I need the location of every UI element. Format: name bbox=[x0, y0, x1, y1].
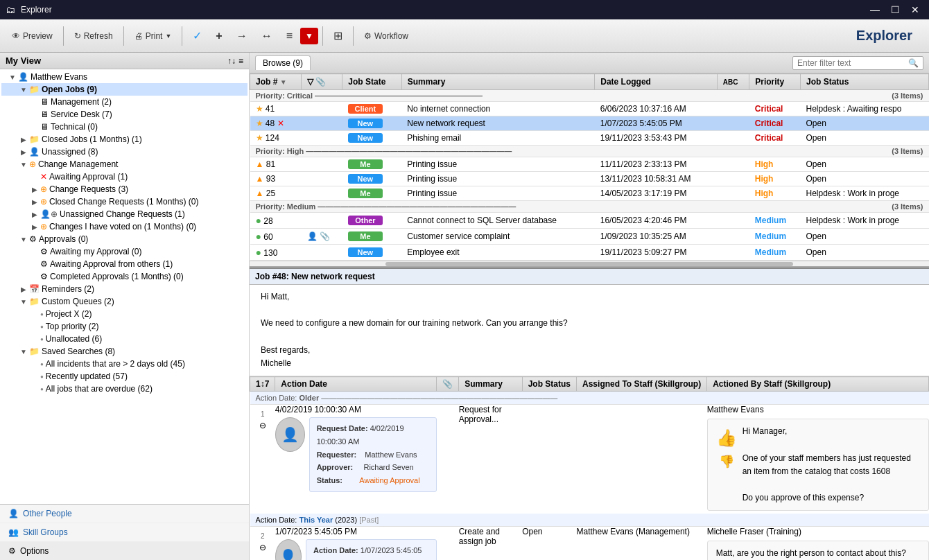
options-label: Options bbox=[20, 546, 49, 556]
action-row-2[interactable]: 2 ⊖ 1/07/2023 5:45:05 PM 👤 Action Date: … bbox=[250, 527, 929, 560]
closed-change-label: Closed Change Requests (1 Months) (0) bbox=[49, 197, 198, 207]
panel-controls: ↑↓ ≡ bbox=[227, 56, 243, 66]
thumbs-container: 👍 👎 bbox=[716, 425, 737, 471]
action-date-separator-older: Action Date: Older —————————————————————… bbox=[250, 392, 929, 405]
tree-root-user[interactable]: ▼ 👤 Matthew Evans bbox=[1, 71, 248, 83]
table-row[interactable]: ● 130 New Employee exit 19/11/2023 5:09:… bbox=[250, 245, 929, 261]
table-row[interactable]: ● 60 👤 📎 Me Customer service complaint 1… bbox=[250, 229, 929, 245]
tree-saved-searches[interactable]: ▼ 📁 Saved Searches (8) bbox=[1, 345, 248, 358]
tree-unassigned[interactable]: ▶ 👤 Unassigned (8) bbox=[1, 146, 248, 158]
tree-change-requests[interactable]: ▶ ⊕ Change Requests (3) bbox=[1, 183, 248, 195]
tree-open-jobs[interactable]: ▼ 📁 Open Jobs (9) bbox=[1, 83, 248, 96]
dropdown-red-button[interactable]: ▼ bbox=[300, 28, 318, 44]
tree-all-incidents[interactable]: ● All incidents that are > 2 days old (4… bbox=[1, 358, 248, 370]
voted-changes-label: Changes I have voted on (1 Months) (0) bbox=[49, 222, 196, 231]
reminders-label: Reminders (2) bbox=[42, 284, 94, 294]
table-row[interactable]: ● 28 Other Cannot connect to SQL Server … bbox=[250, 213, 929, 229]
refresh-button[interactable]: ↻ Refresh bbox=[68, 28, 119, 44]
check-button[interactable]: ✓ bbox=[186, 26, 208, 46]
job-25-date: 14/05/2023 3:17:19 PM bbox=[595, 186, 717, 201]
job-124-date: 19/11/2023 3:53:43 PM bbox=[595, 131, 717, 146]
thumbs-down-icon: 👎 bbox=[719, 452, 734, 472]
layout-button[interactable]: ≡ bbox=[238, 56, 243, 66]
jobs-table-area: Job # ▼ ▽ 📎 Job State Summary Date Logge… bbox=[250, 73, 929, 268]
print-dropdown-arrow: ▼ bbox=[165, 33, 171, 40]
tree-awaiting-from-others[interactable]: ⚙ Awaiting Approval from others (1) bbox=[1, 258, 248, 270]
tree-completed-approvals[interactable]: ⚙ Completed Approvals (1 Months) (0) bbox=[1, 270, 248, 283]
job-130-abc bbox=[717, 245, 749, 261]
options-nav[interactable]: ⚙ Options bbox=[0, 542, 249, 560]
job-25-status: Helpdesk : Work in proge bbox=[800, 186, 928, 201]
job-28-date: 16/05/2023 4:20:46 PM bbox=[595, 213, 717, 229]
job-93-priority: High bbox=[749, 172, 801, 186]
filter-input[interactable] bbox=[797, 58, 908, 68]
close-button[interactable]: ✕ bbox=[907, 3, 923, 17]
tree-reminders[interactable]: ▶ 📅 Reminders (2) bbox=[1, 283, 248, 295]
minimize-button[interactable]: — bbox=[866, 3, 884, 17]
maximize-button[interactable]: ☐ bbox=[887, 3, 904, 17]
preview-icon: 👁 bbox=[12, 31, 20, 41]
year-num: (2023) bbox=[335, 516, 357, 524]
star-icon-3: ★ bbox=[256, 133, 263, 143]
table-row[interactable]: ★ 124 New Phishing email 19/11/2023 3:53… bbox=[250, 131, 929, 146]
browse-tab[interactable]: Browse (9) bbox=[255, 55, 311, 70]
tree-unallocated[interactable]: ● Unallocated (6) bbox=[1, 333, 248, 345]
print-button[interactable]: 🖨 Print ▼ bbox=[128, 28, 178, 44]
my-view-title: My View bbox=[6, 55, 41, 66]
other-people-nav[interactable]: 👤 Other People bbox=[0, 505, 249, 523]
tree-project-x[interactable]: ● Project X (2) bbox=[1, 308, 248, 320]
tree-all-overdue[interactable]: ● All jobs that are overdue (62) bbox=[1, 383, 248, 395]
filter-icon[interactable]: ▽ bbox=[307, 77, 313, 87]
job-124-flags bbox=[302, 131, 342, 146]
user-icon: 👤 bbox=[18, 72, 28, 82]
workflow-icon: ⚙ bbox=[364, 31, 372, 41]
tree-change-mgmt[interactable]: ▼ ⊕ Change Management bbox=[1, 158, 248, 170]
desk-icon: 🖥 bbox=[40, 97, 49, 107]
skill-groups-icon: 👥 bbox=[8, 527, 19, 537]
tree-technical[interactable]: 🖥 Technical (0) bbox=[1, 121, 248, 133]
col-job-num: Job # ▼ bbox=[250, 74, 302, 90]
grid-button[interactable]: ⊞ bbox=[327, 26, 349, 46]
tree-recently-updated[interactable]: ● Recently updated (57) bbox=[1, 370, 248, 383]
tree-closed-change[interactable]: ▶ ⊕ Closed Change Requests (1 Months) (0… bbox=[1, 195, 248, 208]
add-button[interactable]: + bbox=[209, 26, 228, 46]
sort-button[interactable]: ↑↓ bbox=[227, 56, 236, 66]
action-2-status: Open bbox=[522, 527, 576, 560]
toolbar: 👁 Preview ↻ Refresh 🖨 Print ▼ ✓ + → ↔ ≡ … bbox=[0, 19, 929, 53]
table-row[interactable]: ▲ 25 Me Printing issue 14/05/2023 3:17:1… bbox=[250, 186, 929, 201]
warning-icon-2: ▲ bbox=[256, 174, 264, 184]
tree-service-desk[interactable]: 🖥 Service Desk (7) bbox=[1, 108, 248, 121]
table-row[interactable]: ★ 41 Client No internet connection 6/06/… bbox=[250, 102, 929, 116]
priority-medium-row: Priority: Medium ———————————————————————… bbox=[250, 201, 929, 213]
tree-management[interactable]: 🖥 Management (2) bbox=[1, 96, 248, 108]
tree-unassigned-change[interactable]: ▶ 👤⊕ Unassigned Change Requests (1) bbox=[1, 208, 248, 220]
tree-custom-queues[interactable]: ▼ 📁 Custom Queues (2) bbox=[1, 295, 248, 308]
workflow-button[interactable]: ⚙ Workflow bbox=[358, 28, 415, 44]
skill-groups-nav[interactable]: 👥 Skill Groups bbox=[0, 523, 249, 542]
priority-high-label: Priority: High —————————————————————————… bbox=[250, 146, 749, 157]
requester-row: Requester: Matthew Evans bbox=[317, 448, 429, 462]
tree-voted-changes[interactable]: ▶ ⊕ Changes I have voted on (1 Months) (… bbox=[1, 220, 248, 233]
job-81-state: Me bbox=[342, 157, 401, 172]
table-row[interactable]: ▲ 81 Me Printing issue 11/11/2023 2:33:1… bbox=[250, 157, 929, 172]
tree-awaiting-approval[interactable]: ✕ Awaiting Approval (1) bbox=[1, 170, 248, 183]
job-41-flags bbox=[302, 102, 342, 116]
action-num-label: 1 bbox=[261, 410, 265, 418]
tree-top-priority[interactable]: ● Top priority (2) bbox=[1, 320, 248, 333]
tree-approvals[interactable]: ▼ ⚙ Approvals (0) bbox=[1, 233, 248, 245]
email-line-2: We need to configure a new domain for ou… bbox=[261, 317, 918, 330]
awaiting-approval-label: Awaiting Approval (1) bbox=[49, 172, 128, 182]
table-row[interactable]: ★ 48 ✕ New New network request 1/07/2023… bbox=[250, 116, 929, 131]
horizontal-scrollbar[interactable] bbox=[250, 261, 929, 266]
tree-awaiting-my-approval[interactable]: ⚙ Awaiting my Approval (0) bbox=[1, 245, 248, 258]
job-48-abc bbox=[717, 116, 749, 131]
action-row-1[interactable]: 1 ⊖ 4/02/2019 10:00:30 AM 👤 Request Date… bbox=[250, 405, 929, 514]
menu-button[interactable]: ≡ bbox=[280, 26, 299, 46]
table-row[interactable]: ▲ 93 New Printing issue 13/11/2023 10:58… bbox=[250, 172, 929, 186]
project-x-label: Project X (2) bbox=[46, 309, 92, 319]
forward-button[interactable]: → bbox=[230, 26, 254, 46]
swap-button[interactable]: ↔ bbox=[255, 26, 279, 46]
action-2-actioned-by: Michelle Fraser (Training) Matt, are you… bbox=[707, 527, 929, 560]
tree-closed-jobs[interactable]: ▶ 📁 Closed Jobs (1 Months) (1) bbox=[1, 133, 248, 146]
preview-button[interactable]: 👁 Preview bbox=[6, 28, 59, 44]
